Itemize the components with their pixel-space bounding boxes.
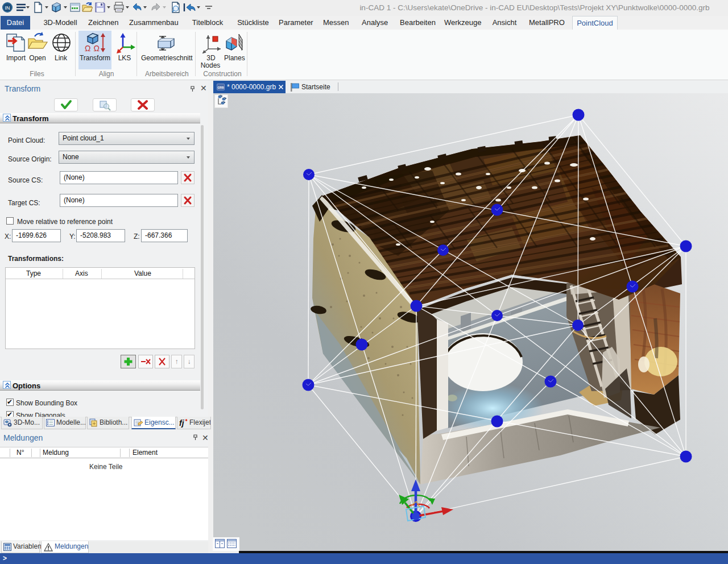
svg-text:fj: fj	[179, 418, 185, 428]
svg-text:GRB: GRB	[217, 86, 224, 89]
svg-text:Ω: Ω	[94, 44, 100, 53]
svg-text:Ω: Ω	[85, 44, 90, 53]
svg-text:IN: IN	[5, 5, 10, 11]
